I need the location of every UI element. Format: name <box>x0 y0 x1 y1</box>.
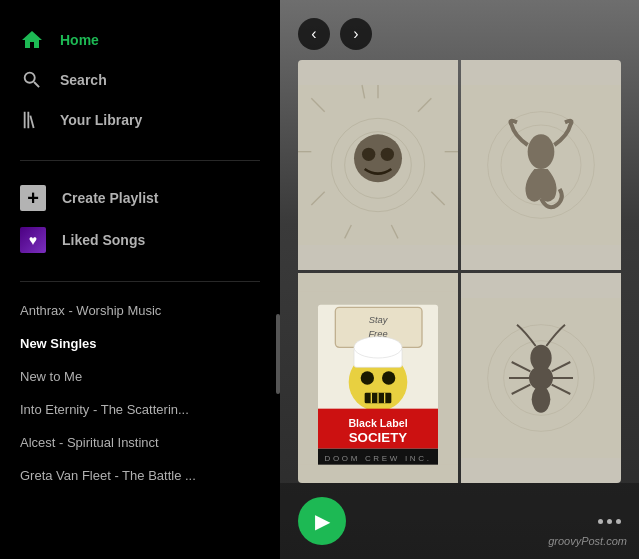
play-button[interactable]: ▶ <box>298 497 346 545</box>
album-cell-tr <box>461 60 621 270</box>
sidebar-item-search[interactable]: Search <box>0 60 280 100</box>
dot2 <box>607 519 612 524</box>
svg-point-32 <box>354 337 402 358</box>
nav-section: Home Search Your Library <box>0 10 280 156</box>
action-section: + Create Playlist ♥ Liked Songs <box>0 177 280 277</box>
svg-text:DOOM CREW INC.: DOOM CREW INC. <box>324 454 431 463</box>
svg-point-22 <box>528 134 555 169</box>
watermark: groovyPost.com <box>548 535 627 547</box>
album-cell-tl <box>298 60 458 270</box>
forward-button[interactable]: › <box>340 18 372 50</box>
svg-text:SOCIETY: SOCIETY <box>349 430 408 445</box>
create-playlist-item[interactable]: + Create Playlist <box>0 177 280 219</box>
svg-point-29 <box>361 371 374 384</box>
home-label: Home <box>60 32 99 48</box>
svg-rect-0 <box>24 112 26 129</box>
playlist-divider <box>20 281 260 282</box>
svg-rect-2 <box>29 115 34 128</box>
nav-arrows: ‹ › <box>280 0 639 60</box>
liked-songs-label: Liked Songs <box>62 232 145 248</box>
list-item[interactable]: Into Eternity - The Scatterin... <box>0 393 280 426</box>
sidebar: Home Search Your Library + <box>0 0 280 559</box>
sidebar-item-library[interactable]: Your Library <box>0 100 280 140</box>
bottom-bar: ▶ <box>280 483 639 559</box>
liked-songs-item[interactable]: ♥ Liked Songs <box>0 219 280 261</box>
list-item[interactable]: Anthrax - Worship Music <box>0 294 280 327</box>
svg-point-30 <box>382 371 395 384</box>
svg-point-16 <box>354 134 402 182</box>
library-icon <box>20 108 44 132</box>
list-item[interactable]: Greta Van Fleet - The Battle ... <box>0 459 280 492</box>
more-options-button[interactable] <box>598 519 621 524</box>
list-item[interactable]: New Singles <box>0 327 280 360</box>
search-icon <box>20 68 44 92</box>
list-item[interactable]: New to Me <box>0 360 280 393</box>
list-item[interactable]: Alcest - Spiritual Instinct <box>0 426 280 459</box>
back-button[interactable]: ‹ <box>298 18 330 50</box>
dot1 <box>598 519 603 524</box>
svg-text:Stay: Stay <box>369 315 389 325</box>
search-label: Search <box>60 72 107 88</box>
plus-icon: + <box>20 185 46 211</box>
create-playlist-label: Create Playlist <box>62 190 159 206</box>
library-label: Your Library <box>60 112 142 128</box>
svg-point-17 <box>362 148 375 161</box>
main-content: ‹ › <box>280 0 639 559</box>
playlist-section: Anthrax - Worship Music New Singles New … <box>0 294 280 559</box>
heart-icon: ♥ <box>20 227 46 253</box>
album-cell-bl: Stay Free Black Label SOCIETY <box>298 273 458 483</box>
nav-divider <box>20 160 260 161</box>
svg-text:Black Label: Black Label <box>348 417 407 429</box>
svg-rect-1 <box>27 112 29 129</box>
sidebar-item-home[interactable]: Home <box>0 20 280 60</box>
svg-point-47 <box>532 386 551 413</box>
album-grid: Stay Free Black Label SOCIETY <box>298 60 621 483</box>
home-icon <box>20 28 44 52</box>
album-cell-br <box>461 273 621 483</box>
dot3 <box>616 519 621 524</box>
svg-point-18 <box>381 148 394 161</box>
